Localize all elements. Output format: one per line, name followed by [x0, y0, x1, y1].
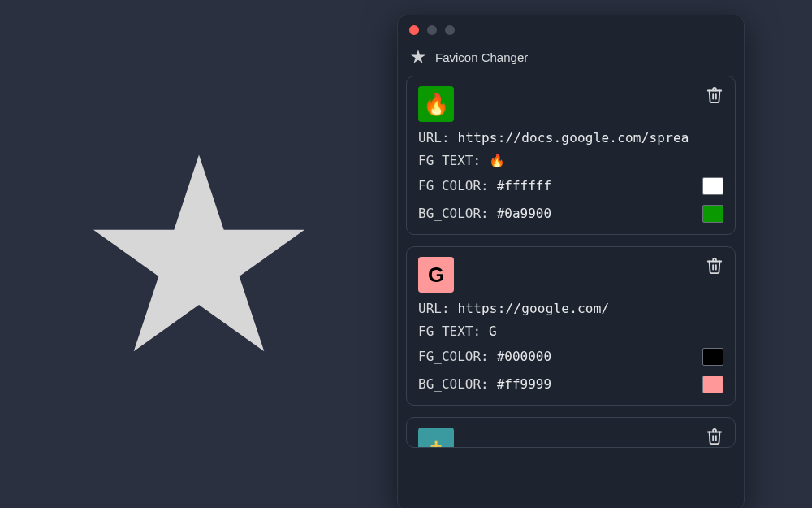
- bg-color-swatch[interactable]: [702, 205, 723, 223]
- url-value[interactable]: https://google.com/: [458, 302, 610, 315]
- favicon-preview: 🔥: [418, 86, 454, 122]
- bg-color-value[interactable]: #0a9900: [497, 207, 551, 220]
- fg-color-label: FG_COLOR:: [418, 180, 489, 193]
- app-title: Favicon Changer: [435, 50, 528, 64]
- star-icon: [93, 154, 304, 356]
- window-zoom-button[interactable]: [445, 25, 455, 35]
- bg-color-swatch[interactable]: [702, 376, 723, 393]
- app-header: Favicon Changer: [398, 45, 744, 76]
- fg-color-value[interactable]: #000000: [497, 350, 551, 363]
- window-close-button[interactable]: [409, 25, 419, 35]
- fg-text-label: FG_TEXT:: [418, 154, 481, 167]
- favicon-entry: G URL: https://google.com/ FG_TEXT: G FG…: [406, 246, 736, 406]
- extension-popup: Favicon Changer 🔥 URL: https://docs.goog…: [397, 15, 745, 508]
- url-value[interactable]: https://docs.google.com/sprea: [458, 132, 689, 145]
- fg-text-label: FG_TEXT:: [418, 325, 481, 338]
- svg-marker-0: [93, 155, 304, 352]
- favicon-preview-text: +: [430, 433, 442, 449]
- delete-button[interactable]: [706, 86, 723, 104]
- favicon-entry: 🔥 URL: https://docs.google.com/sprea FG_…: [406, 76, 736, 235]
- star-icon: [411, 50, 425, 64]
- window-titlebar: [398, 15, 744, 45]
- url-label: URL:: [418, 132, 450, 145]
- fg-text-value[interactable]: 🔥: [489, 154, 505, 167]
- fg-color-swatch[interactable]: [702, 348, 723, 366]
- delete-button[interactable]: [706, 428, 723, 445]
- favicon-preview-text: 🔥: [423, 92, 449, 117]
- favicon-preview: G: [418, 257, 454, 293]
- favicon-preview: +: [418, 428, 454, 448]
- fg-text-value[interactable]: G: [489, 325, 497, 338]
- bg-color-label: BG_COLOR:: [418, 207, 489, 220]
- bg-color-value[interactable]: #ff9999: [497, 378, 551, 391]
- fg-color-value[interactable]: #ffffff: [497, 180, 551, 193]
- bg-color-label: BG_COLOR:: [418, 378, 489, 391]
- favicon-preview-text: G: [428, 263, 444, 288]
- svg-marker-1: [411, 50, 425, 63]
- fg-color-swatch[interactable]: [702, 177, 723, 195]
- fg-color-label: FG_COLOR:: [418, 350, 489, 363]
- window-minimize-button[interactable]: [427, 25, 437, 35]
- entries-list: 🔥 URL: https://docs.google.com/sprea FG_…: [398, 76, 744, 508]
- url-label: URL:: [418, 302, 450, 315]
- delete-button[interactable]: [706, 257, 723, 275]
- favicon-entry: +: [406, 417, 736, 448]
